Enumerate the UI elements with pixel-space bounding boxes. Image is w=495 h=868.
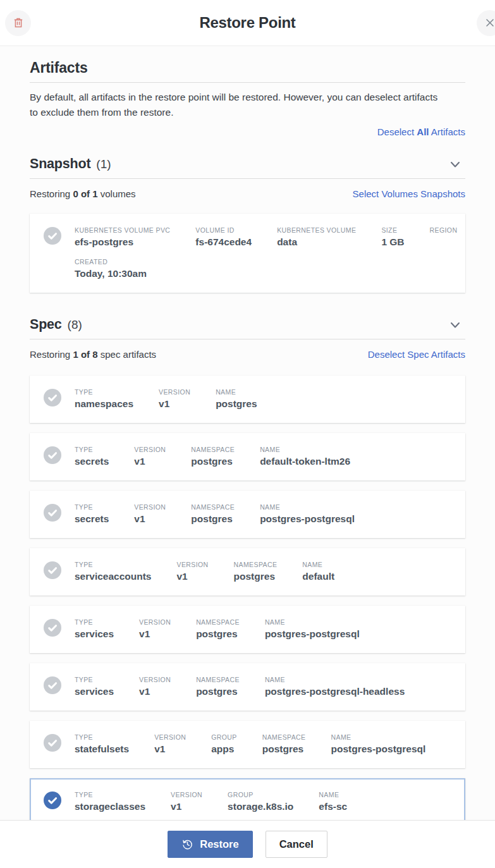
field-label: NAMESPACE (191, 503, 235, 511)
field-label: KUBERNETES VOLUME PVC (75, 226, 170, 234)
field-label: TYPE (75, 503, 109, 511)
field-value: v1 (139, 628, 171, 640)
field-label: TYPE (75, 733, 129, 741)
field: GROUPapps (211, 733, 237, 755)
field-value: storageclasses (75, 801, 145, 813)
dialog-header: Restore Point (0, 0, 495, 46)
field-label: NAMESPACE (196, 618, 240, 626)
spec-collapse-toggle[interactable] (448, 317, 463, 333)
status-text: Restoring (30, 349, 73, 360)
artifacts-heading: Artifacts (30, 59, 465, 83)
status-count: 0 of 1 (73, 188, 97, 199)
artifact-card[interactable]: TYPEservicesVERSIONv1NAMESPACEpostgresNA… (30, 606, 465, 653)
check-circle-icon[interactable] (44, 619, 61, 637)
field-value: fs-674cede4 (195, 236, 252, 248)
field-label: GROUP (211, 733, 237, 741)
artifact-card[interactable]: KUBERNETES VOLUME PVCefs-postgresVOLUME … (30, 214, 465, 293)
check-circle-icon[interactable] (44, 389, 61, 406)
field: VERSIONv1 (171, 791, 202, 813)
dialog-footer: Restore Cancel (0, 820, 495, 868)
field-label: NAME (319, 791, 347, 798)
field-value: services (75, 628, 114, 640)
check-circle-icon[interactable] (44, 792, 61, 809)
spec-count: (8) (68, 318, 82, 332)
field-value: postgres (262, 743, 306, 755)
check-circle-icon[interactable] (44, 676, 61, 694)
card-fields: KUBERNETES VOLUME PVCefs-postgresVOLUME … (75, 226, 457, 280)
field: NAMEpostgres (216, 388, 257, 410)
artifact-card[interactable]: TYPEsecretsVERSIONv1NAMESPACEpostgresNAM… (30, 491, 465, 538)
field: NAMESPACEpostgres (191, 446, 235, 468)
field-value: postgres (196, 686, 240, 698)
field-value: v1 (134, 513, 166, 525)
field-value: postgres-postgresql-headless (265, 686, 405, 698)
restore-button[interactable]: Restore (168, 831, 252, 858)
field-label: VERSION (171, 791, 202, 798)
card-fields: TYPEstorageclassesVERSIONv1GROUPstorage.… (75, 791, 347, 813)
field: GROUPstorage.k8s.io (228, 791, 293, 813)
field-label: CREATED (75, 258, 147, 266)
field-value: v1 (177, 571, 209, 583)
link-text: Artifacts (429, 126, 465, 137)
restore-button-label: Restore (200, 838, 238, 850)
artifact-card[interactable]: TYPEserviceaccountsVERSIONv1NAMESPACEpos… (30, 548, 465, 596)
field: VOLUME IDfs-674cede4 (195, 226, 252, 248)
cancel-button-label: Cancel (279, 838, 314, 850)
field-label: TYPE (75, 561, 152, 568)
field: TYPEstatefulsets (75, 733, 129, 755)
chevron-down-icon (448, 317, 463, 333)
artifact-card[interactable]: TYPEservicesVERSIONv1NAMESPACEpostgresNA… (30, 663, 465, 711)
artifacts-description: By default, all artifacts in the restore… (30, 90, 447, 120)
check-circle-icon[interactable] (44, 446, 61, 464)
field-value: postgres-postgresql (331, 743, 426, 755)
field-value: postgres (191, 513, 235, 525)
field: TYPEserviceaccounts (75, 561, 152, 583)
card-fields: TYPEserviceaccountsVERSIONv1NAMESPACEpos… (75, 561, 334, 583)
artifact-card[interactable]: TYPEstorageclassesVERSIONv1GROUPstorage.… (30, 778, 465, 820)
field: KUBERNETES VOLUMEdata (277, 226, 356, 248)
field: VERSIONv1 (139, 618, 171, 640)
field-value: postgres-postgresql (260, 513, 355, 525)
check-circle-icon[interactable] (44, 561, 61, 579)
field-label: NAME (216, 388, 257, 396)
field: TYPEservices (75, 676, 114, 698)
check-circle-icon[interactable] (44, 504, 61, 522)
field: VERSIONv1 (177, 561, 209, 583)
deselect-spec-artifacts-link[interactable]: Deselect Spec Artifacts (368, 349, 465, 360)
field-label: NAMESPACE (196, 676, 240, 683)
status-text: Restoring (30, 188, 73, 199)
field-label: VERSION (177, 561, 209, 568)
field-value: data (277, 236, 356, 248)
field-label: TYPE (75, 791, 145, 798)
link-text: Deselect (377, 126, 417, 137)
status-text: spec artifacts (98, 349, 157, 360)
artifact-card[interactable]: TYPEsecretsVERSIONv1NAMESPACEpostgresNAM… (30, 433, 465, 480)
artifact-card[interactable]: TYPEstatefulsetsVERSIONv1GROUPappsNAMESP… (30, 721, 465, 768)
field-label: SIZE (381, 226, 404, 234)
cancel-button[interactable]: Cancel (266, 831, 327, 858)
field: TYPEsecrets (75, 446, 109, 468)
artifact-card[interactable]: TYPEnamespacesVERSIONv1NAMEpostgres (30, 376, 465, 423)
check-circle-icon[interactable] (44, 734, 61, 752)
deselect-all-artifacts-link[interactable]: Deselect All Artifacts (377, 126, 465, 137)
field-value: Today, 10:30am (75, 268, 147, 280)
snapshot-collapse-toggle[interactable] (448, 157, 463, 172)
field-label: NAMESPACE (262, 733, 306, 741)
field: NAMEdefault-token-ltm26 (260, 446, 350, 468)
field-value: 1 GB (381, 236, 404, 248)
field-value: v1 (171, 801, 202, 813)
field-label: VERSION (139, 618, 171, 626)
check-circle-icon[interactable] (44, 227, 61, 245)
field: SIZE1 GB (381, 226, 404, 248)
field-value (430, 236, 458, 248)
field-label: TYPE (75, 676, 114, 683)
snapshot-heading: Snapshot (30, 156, 90, 172)
field-value: secrets (75, 513, 109, 525)
field-label: NAME (265, 618, 360, 626)
card-fields: TYPEstatefulsetsVERSIONv1GROUPappsNAMESP… (75, 733, 425, 755)
select-volumes-snapshots-link[interactable]: Select Volumes Snapshots (353, 188, 465, 199)
field-value: apps (211, 743, 237, 755)
field: NAMESPACEpostgres (196, 676, 240, 698)
field-value: postgres (196, 628, 240, 640)
field-value: serviceaccounts (75, 571, 152, 583)
